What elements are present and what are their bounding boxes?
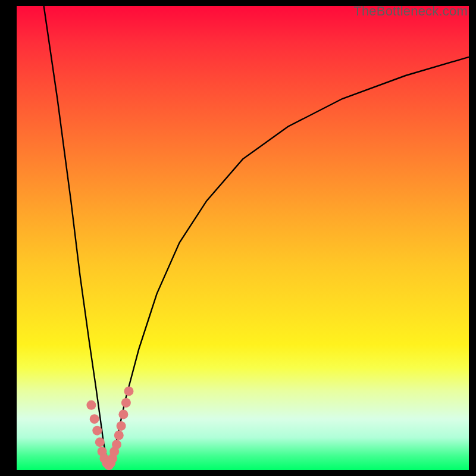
curves-svg <box>17 6 469 470</box>
valley-marker <box>124 386 134 396</box>
valley-marker <box>95 437 105 447</box>
valley-marker <box>90 414 99 424</box>
left-curve <box>44 6 109 470</box>
valley-marker <box>114 431 124 440</box>
valley-marker <box>121 398 131 408</box>
valley-marker <box>118 409 128 419</box>
valley-marker <box>92 426 102 436</box>
valley-markers <box>86 386 133 470</box>
valley-marker <box>86 400 96 410</box>
valley-marker <box>112 440 121 449</box>
watermark: TheBottleneck.com <box>353 4 468 19</box>
right-curve <box>109 57 469 470</box>
valley-marker <box>117 421 126 431</box>
plot-area <box>17 6 469 470</box>
bottleneck-chart: TheBottleneck.com <box>0 0 476 476</box>
